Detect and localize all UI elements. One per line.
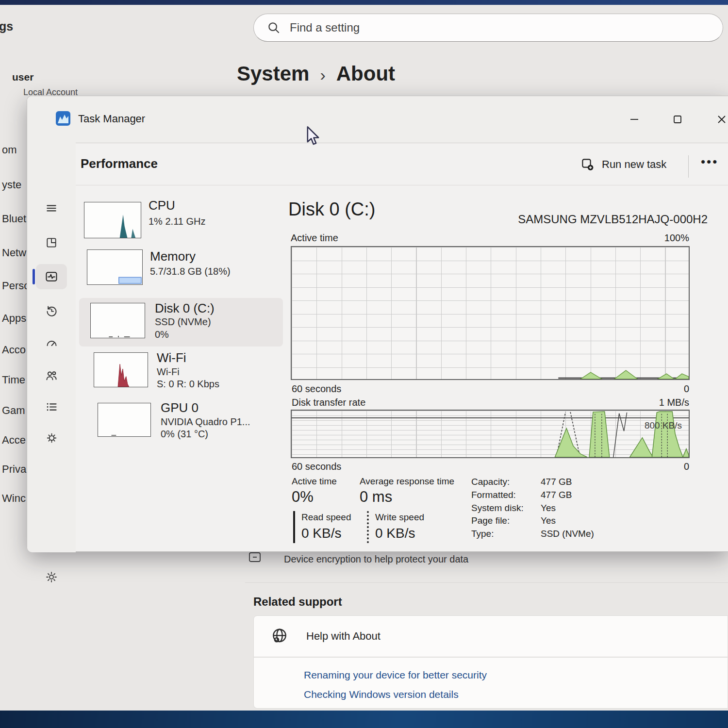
gpu-usage-sparkline [98, 403, 150, 436]
wifi-mini-graph[interactable] [94, 352, 148, 387]
device-encryption-icon [248, 551, 261, 563]
sidebar-user-name: user [12, 71, 33, 83]
settings-search-box[interactable] [253, 14, 723, 42]
memory-mini-graph[interactable] [87, 249, 143, 285]
sidebar-item-system[interactable]: yste [2, 179, 21, 191]
perf-item-wifi-adapter: Wi-Fi [157, 366, 180, 378]
breadcrumb-chevron: › [320, 64, 325, 84]
avg-response-stat-label: Average response time [360, 476, 454, 487]
close-button[interactable] [711, 109, 728, 130]
active-time-ymax-label: 100% [664, 232, 689, 244]
device-encryption-label: Device encryption to help protect your d… [284, 554, 468, 565]
read-speed-label: Read speed [301, 512, 369, 523]
transfer-xlabel: 60 seconds [292, 461, 341, 472]
settings-card-divider [245, 582, 728, 583]
sidebar-item-personalization[interactable]: Perso [2, 280, 30, 292]
perf-item-wifi-name[interactable]: Wi-Fi [157, 350, 186, 365]
disk-usage-sparkline [91, 303, 145, 338]
active-time-stat-label: Active time [292, 476, 337, 487]
sidebar-item-privacy[interactable]: Priva [2, 463, 26, 476]
sidebar-item-accounts[interactable]: Acco [2, 344, 26, 356]
system-disk-value: Yes [541, 503, 556, 513]
startup-apps-icon[interactable] [42, 333, 61, 353]
write-speed-label: Write speed [375, 512, 443, 523]
settings-title-fragment: gs [0, 19, 13, 33]
transfer-ymax-label: 1 MB/s [659, 397, 689, 408]
window-title: Task Manager [78, 113, 145, 125]
gpu-mini-graph[interactable] [98, 403, 151, 437]
perf-item-gpu-usage: 0% (31 °C) [161, 429, 208, 440]
breadcrumb-about: About [336, 62, 395, 85]
app-history-icon[interactable] [42, 301, 61, 320]
maximize-button[interactable] [667, 109, 688, 130]
cpu-usage-sparkline [84, 202, 141, 238]
perf-item-gpu-name[interactable]: GPU 0 [161, 400, 199, 415]
task-manager-titlebar[interactable]: Task Manager [27, 96, 728, 143]
link-checking-version[interactable]: Checking Windows version details [304, 689, 459, 700]
sidebar-item-windows-update[interactable]: Winc [2, 492, 26, 505]
perf-item-cpu-stats: 1% 2.11 GHz [149, 216, 205, 227]
support-links-card: Renaming your device for better security… [253, 657, 728, 709]
wifi-usage-sparkline [94, 353, 148, 387]
active-time-chart-label: Active time [291, 232, 338, 244]
active-time-series [292, 247, 689, 379]
formatted-value: 477 GB [541, 490, 572, 500]
system-disk-label: System disk: [471, 503, 524, 513]
read-speed-value: 0 KB/s [301, 526, 369, 541]
globe-help-icon [270, 627, 289, 645]
header-separator-line [76, 185, 728, 185]
search-input[interactable] [289, 20, 718, 35]
sidebar-item-time[interactable]: Time [2, 374, 25, 386]
sidebar-item-network[interactable]: Netw [2, 247, 26, 259]
capacity-label: Capacity: [471, 477, 510, 487]
users-icon[interactable] [42, 366, 61, 385]
details-icon[interactable] [42, 397, 61, 416]
processes-icon[interactable] [42, 233, 61, 252]
task-manager-rail [27, 143, 76, 552]
performance-icon[interactable] [42, 267, 61, 286]
capacity-value: 477 GB [541, 477, 572, 487]
disk-type-label: Type: [471, 529, 494, 539]
task-manager-app-icon [55, 111, 71, 126]
rail-selection-accent [33, 269, 35, 284]
write-speed-block: Write speed 0 KB/s [367, 511, 443, 543]
monitor-screen: gs System › About user Local Account om … [0, 0, 728, 728]
run-new-task-icon [580, 157, 595, 172]
breadcrumb-system[interactable]: System [237, 62, 309, 85]
transfer-xright-label: 0 [684, 461, 689, 472]
transfer-chart-label: Disk transfer rate [292, 397, 365, 408]
disk-transfer-series [292, 411, 689, 457]
sidebar-item-bluetooth[interactable]: Bluet [2, 213, 26, 225]
sidebar-item-apps[interactable]: Apps [2, 312, 26, 325]
perf-item-cpu-name[interactable]: CPU [149, 198, 175, 213]
more-options-button[interactable]: ••• [701, 154, 718, 169]
link-renaming-device[interactable]: Renaming your device for better security [304, 669, 487, 681]
perf-item-wifi-throughput: S: 0 R: 0 Kbps [157, 379, 219, 390]
sidebar-item-gaming[interactable]: Gam [2, 404, 25, 417]
active-time-xright-label: 0 [684, 383, 689, 395]
help-with-about-card[interactable]: Help with About [253, 615, 728, 657]
disk-transfer-chart: 800 KB/s [291, 410, 690, 458]
breadcrumb: System › About [237, 62, 395, 85]
sidebar-item-home[interactable]: om [2, 144, 17, 156]
sidebar-item-accessibility[interactable]: Acce [2, 434, 26, 447]
settings-gear-icon[interactable] [42, 567, 61, 587]
perf-item-memory-name[interactable]: Memory [150, 249, 196, 264]
active-time-xlabel: 60 seconds [292, 383, 341, 395]
menu-hamburger-icon[interactable] [42, 199, 61, 218]
run-new-task-label: Run new task [602, 158, 666, 171]
related-support-header: Related support [253, 595, 342, 609]
perf-item-memory-stats: 5.7/31.8 GB (18%) [150, 266, 231, 277]
run-new-task-button[interactable]: Run new task [580, 157, 666, 172]
disk-type-value: SSD (NVMe) [541, 529, 594, 539]
transfer-annotation: 800 KB/s [645, 420, 682, 431]
cpu-mini-graph[interactable] [84, 202, 141, 238]
disk-mini-graph[interactable] [90, 303, 145, 338]
help-with-about-label: Help with About [306, 630, 381, 643]
perf-item-disk-name[interactable]: Disk 0 (C:) [155, 301, 215, 316]
services-icon[interactable] [42, 428, 61, 447]
page-file-label: Page file: [471, 515, 510, 526]
task-manager-window: Task Manager [27, 96, 728, 552]
minimize-button[interactable] [624, 109, 645, 130]
page-title: Performance [81, 156, 158, 171]
